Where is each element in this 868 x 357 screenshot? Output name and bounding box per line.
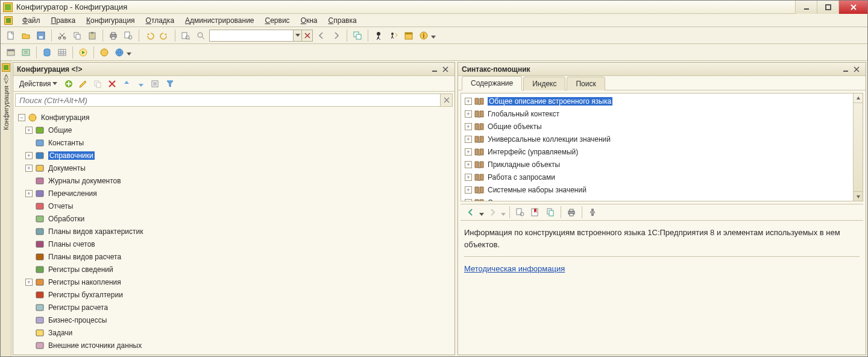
- menu-help[interactable]: Справка: [324, 15, 362, 26]
- help-back-dropdown[interactable]: [479, 213, 484, 216]
- tree-item[interactable]: +Планы счетов: [14, 238, 453, 250]
- edit-form-icon[interactable]: [19, 46, 33, 59]
- toolbar-search-input[interactable]: [209, 30, 294, 42]
- new-file-icon[interactable]: [4, 29, 17, 42]
- help-tree-item[interactable]: +Глобальный контекст: [462, 107, 852, 120]
- new-window-icon[interactable]: [351, 29, 364, 42]
- copy-icon[interactable]: [71, 29, 84, 42]
- help-tree-item[interactable]: +Системные наборы значений: [462, 183, 852, 196]
- calendar-icon[interactable]: [402, 29, 415, 42]
- print-preview-icon[interactable]: [122, 29, 135, 42]
- tree-item[interactable]: +Обработки: [14, 212, 453, 225]
- menu-service[interactable]: Сервис: [260, 15, 295, 26]
- tree-item[interactable]: +Константы: [14, 136, 453, 149]
- help-tree-item[interactable]: +Интерфейс (управляемый): [462, 145, 852, 158]
- menu-edit[interactable]: Правка: [46, 15, 81, 26]
- form-icon[interactable]: [4, 46, 17, 59]
- search-icon[interactable]: [194, 29, 207, 42]
- menu-file[interactable]: Файл: [17, 15, 45, 26]
- move-down-icon[interactable]: [134, 77, 148, 90]
- tree-item[interactable]: +Общие: [14, 124, 453, 136]
- tree-item[interactable]: +Перечисления: [14, 187, 453, 200]
- tree-item[interactable]: +Документы: [14, 162, 453, 174]
- help-tree-item[interactable]: +Системные перечисления: [462, 196, 852, 201]
- paste-icon[interactable]: [86, 29, 99, 42]
- info-icon[interactable]: i: [417, 29, 430, 42]
- globe-icon[interactable]: [113, 46, 126, 59]
- find-icon[interactable]: [179, 29, 192, 42]
- tree-search-clear[interactable]: [441, 93, 453, 107]
- tree-item[interactable]: +Журналы документов: [14, 174, 453, 187]
- configuration-tree[interactable]: − Конфигурация +Общие+Константы+Справочн…: [13, 109, 454, 355]
- cut-icon[interactable]: [55, 29, 69, 42]
- globe-dropdown[interactable]: [127, 52, 131, 55]
- help-back-icon[interactable]: [464, 206, 477, 219]
- filter-icon[interactable]: [163, 77, 177, 90]
- save-icon[interactable]: [34, 29, 48, 42]
- left-dock-strip[interactable]: Конфигурация <!>: [1, 61, 11, 356]
- toolbar-search-clear[interactable]: [302, 30, 313, 42]
- add-item-icon[interactable]: [62, 77, 75, 90]
- panel-minimize-icon[interactable]: [429, 64, 440, 75]
- tree-item[interactable]: +Регистры сведений: [14, 263, 453, 276]
- find-next-icon[interactable]: [330, 29, 343, 42]
- run-icon[interactable]: [77, 46, 90, 59]
- find-prev-icon[interactable]: [315, 29, 328, 42]
- edit-item-icon[interactable]: [77, 77, 90, 90]
- tree-root[interactable]: − Конфигурация: [14, 111, 453, 124]
- tree-item[interactable]: +Регистры бухгалтерии: [14, 288, 453, 301]
- toolbar-search-dropdown[interactable]: [294, 30, 302, 42]
- help-find-icon[interactable]: [514, 206, 527, 219]
- help-tree-item[interactable]: +Универсальные коллекции значений: [462, 133, 852, 145]
- help-tree-item[interactable]: +Общие объекты: [462, 120, 852, 133]
- help-tree-item[interactable]: +Работа с запросами: [462, 171, 852, 183]
- close-button[interactable]: [838, 1, 867, 14]
- help-settings-icon[interactable]: [586, 206, 599, 219]
- tree-item[interactable]: +Задачи: [14, 326, 453, 339]
- sort-icon[interactable]: [149, 77, 162, 90]
- syntax-check-icon[interactable]: [372, 29, 385, 42]
- help-print-icon[interactable]: [565, 206, 578, 219]
- syntax-panel-minimize-icon[interactable]: [840, 64, 851, 75]
- tree-item[interactable]: +Планы видов расчета: [14, 250, 453, 263]
- delete-item-icon[interactable]: [105, 77, 119, 90]
- template-icon[interactable]: [387, 29, 400, 42]
- tree-item[interactable]: +Регистры накопления: [14, 276, 453, 288]
- help-forward-dropdown[interactable]: [501, 213, 506, 216]
- maximize-button[interactable]: [817, 1, 838, 14]
- system-menu-icon[interactable]: [4, 16, 13, 25]
- menu-windows[interactable]: Окна: [296, 15, 322, 26]
- tab-search[interactable]: Поиск: [567, 77, 605, 90]
- menu-debug[interactable]: Отладка: [141, 15, 179, 26]
- syntax-contents-tree[interactable]: +Общее описание встроенного языка+Глобал…: [461, 93, 863, 201]
- open-folder-icon[interactable]: [19, 29, 33, 42]
- actions-dropdown[interactable]: Действия: [16, 78, 61, 89]
- help-tree-item[interactable]: +Прикладные объекты: [462, 158, 852, 171]
- tree-search-input[interactable]: [15, 93, 441, 107]
- tree-item[interactable]: +Внешние источники данных: [14, 339, 453, 352]
- database-icon[interactable]: [40, 46, 54, 59]
- menu-configuration[interactable]: Конфигурация: [81, 15, 140, 26]
- redo-icon[interactable]: [158, 29, 171, 42]
- scrollbar-down-icon[interactable]: [854, 191, 863, 201]
- help-method-link[interactable]: Методическая информация: [464, 264, 565, 273]
- help-bookmark-icon[interactable]: [529, 206, 542, 219]
- help-copy-icon[interactable]: [544, 206, 557, 219]
- copy-item-icon[interactable]: [91, 77, 104, 90]
- move-up-icon[interactable]: [120, 77, 133, 90]
- tree-item[interactable]: +Планы видов характеристик: [14, 225, 453, 238]
- panel-close-icon[interactable]: [440, 64, 451, 75]
- tab-contents[interactable]: Содержание: [462, 76, 522, 90]
- tree-item[interactable]: +Бизнес-процессы: [14, 314, 453, 326]
- help-tree-item[interactable]: +Общее описание встроенного языка: [462, 95, 852, 107]
- tree-item[interactable]: +Отчеты: [14, 200, 453, 212]
- info-dropdown[interactable]: [431, 36, 436, 39]
- table-icon[interactable]: [55, 46, 69, 59]
- help-forward-icon[interactable]: [486, 206, 499, 219]
- tree-item[interactable]: +Справочники: [14, 149, 453, 162]
- undo-icon[interactable]: [143, 29, 156, 42]
- tab-index[interactable]: Индекс: [523, 77, 565, 90]
- scrollbar-up-icon[interactable]: [854, 93, 863, 103]
- menu-admin[interactable]: Администрирование: [180, 15, 259, 26]
- minimize-button[interactable]: [795, 1, 817, 14]
